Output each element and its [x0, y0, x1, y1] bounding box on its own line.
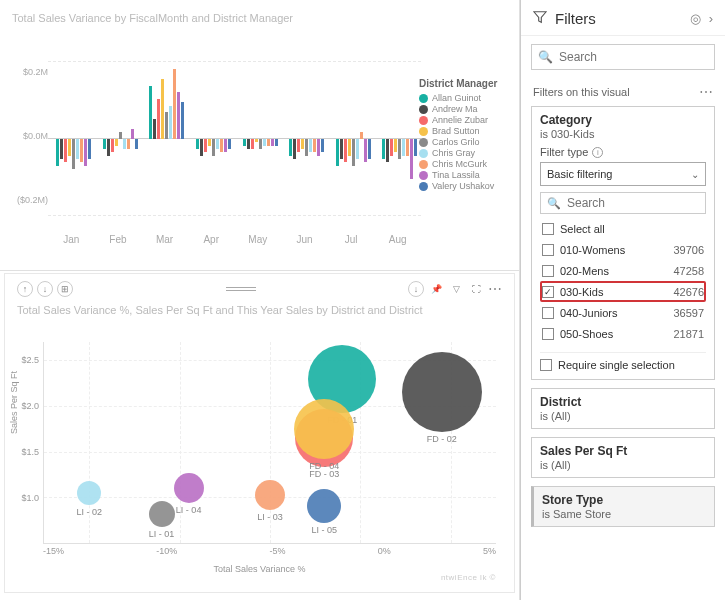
filter-icon[interactable]: ▽ [448, 281, 464, 297]
filter-option-row[interactable]: 050-Shoes21871 [540, 323, 706, 344]
category-filter-card[interactable]: Category is 030-Kids Filter type i Basic… [531, 106, 715, 380]
bubble[interactable] [307, 489, 341, 523]
bar[interactable] [243, 139, 246, 146]
legend-item[interactable]: Andrew Ma [419, 104, 505, 114]
bar[interactable] [356, 139, 359, 159]
view-icon[interactable]: ◎ [690, 11, 701, 26]
filter-option-row[interactable]: ✓030-Kids42676 [540, 281, 706, 302]
bar[interactable] [68, 139, 71, 156]
drill-down-icon[interactable]: ↓ [37, 281, 53, 297]
bar[interactable] [267, 139, 270, 146]
bar[interactable] [181, 102, 184, 139]
bar[interactable] [80, 139, 83, 162]
bar[interactable] [169, 106, 172, 139]
bar[interactable] [165, 112, 168, 139]
bar[interactable] [204, 139, 207, 152]
bubble[interactable] [255, 480, 285, 510]
bar[interactable] [157, 99, 160, 139]
more-options-icon[interactable]: ⋯ [488, 281, 502, 297]
bar[interactable] [317, 139, 320, 156]
checkbox[interactable] [542, 265, 554, 277]
drag-handle-icon[interactable] [226, 287, 256, 291]
legend-item[interactable]: Valery Ushakov [419, 181, 505, 191]
bar[interactable] [153, 119, 156, 139]
filters-search[interactable]: 🔍 [531, 44, 715, 70]
bar[interactable] [352, 139, 355, 166]
filter-option-row[interactable]: 040-Juniors36597 [540, 302, 706, 323]
checkbox[interactable] [542, 244, 554, 256]
bar[interactable] [161, 79, 164, 139]
legend-item[interactable]: Chris Gray [419, 148, 505, 158]
bar[interactable] [76, 139, 79, 159]
bar[interactable] [72, 139, 75, 169]
bar[interactable] [390, 139, 393, 156]
bar[interactable] [220, 139, 223, 152]
bar[interactable] [382, 139, 385, 159]
checkbox[interactable] [542, 307, 554, 319]
bar[interactable] [301, 139, 304, 149]
focus-mode-icon[interactable]: ⛶ [468, 281, 484, 297]
bar[interactable] [208, 139, 211, 146]
select-all-row[interactable]: Select all [540, 218, 706, 239]
bar[interactable] [309, 139, 312, 152]
bar[interactable] [251, 139, 254, 149]
bar[interactable] [344, 139, 347, 162]
bar[interactable] [402, 139, 405, 156]
bar[interactable] [348, 139, 351, 156]
bar-chart-visual[interactable]: Total Sales Variance by FiscalMonth and … [0, 0, 519, 270]
filter-option-row[interactable]: 010-Womens39706 [540, 239, 706, 260]
section-more-icon[interactable]: ⋯ [699, 84, 713, 100]
checkbox[interactable] [542, 223, 554, 235]
pin-icon[interactable]: 📌 [428, 281, 444, 297]
checkbox[interactable] [542, 328, 554, 340]
bar[interactable] [111, 139, 114, 152]
checkbox[interactable]: ✓ [542, 286, 554, 298]
bar[interactable] [88, 139, 91, 159]
bar[interactable] [297, 139, 300, 152]
bar[interactable] [224, 139, 227, 152]
bar[interactable] [216, 139, 219, 149]
bar[interactable] [123, 139, 126, 149]
filter-type-dropdown[interactable]: Basic filtering ⌄ [540, 162, 706, 186]
collapse-pane-icon[interactable]: › [709, 11, 713, 26]
bar[interactable] [212, 139, 215, 156]
bubble[interactable] [149, 501, 175, 527]
bar[interactable] [263, 139, 266, 146]
filter-option-row[interactable]: 020-Mens47258 [540, 260, 706, 281]
bar[interactable] [115, 139, 118, 146]
legend-item[interactable]: Brad Sutton [419, 126, 505, 136]
bar[interactable] [228, 139, 231, 149]
bar[interactable] [103, 139, 106, 149]
bar[interactable] [255, 139, 258, 142]
filters-search-input[interactable] [559, 50, 709, 64]
bar[interactable] [275, 139, 278, 146]
bar[interactable] [414, 139, 417, 156]
info-icon[interactable]: i [592, 147, 603, 158]
bar[interactable] [149, 86, 152, 139]
store-type-filter-card[interactable]: Store Type is Same Store [531, 486, 715, 527]
scatter-chart-visual[interactable]: ↑ ↓ ⊞ ↓ 📌 ▽ ⛶ ⋯ Total Sales Variance %, … [4, 273, 515, 593]
bar[interactable] [56, 139, 59, 166]
bar[interactable] [368, 139, 371, 159]
bubble[interactable] [77, 481, 101, 505]
drill-up-icon[interactable]: ↑ [17, 281, 33, 297]
bar[interactable] [127, 139, 130, 149]
bar[interactable] [259, 139, 262, 149]
bar[interactable] [398, 139, 401, 159]
bar[interactable] [196, 139, 199, 149]
bar[interactable] [135, 139, 138, 149]
category-search-input[interactable] [567, 196, 717, 210]
legend-item[interactable]: Carlos Grilo [419, 137, 505, 147]
legend-item[interactable]: Annelie Zubar [419, 115, 505, 125]
bar[interactable] [336, 139, 339, 166]
bar[interactable] [364, 139, 367, 162]
bar[interactable] [84, 139, 87, 166]
bar[interactable] [394, 139, 397, 152]
bar[interactable] [406, 139, 409, 156]
bar[interactable] [200, 139, 203, 156]
legend-item[interactable]: Chris McGurk [419, 159, 505, 169]
district-filter-card[interactable]: District is (All) [531, 388, 715, 429]
bar[interactable] [177, 92, 180, 139]
filter-option-row[interactable]: 060-Intimate13232 [540, 344, 706, 348]
bar[interactable] [360, 132, 363, 139]
